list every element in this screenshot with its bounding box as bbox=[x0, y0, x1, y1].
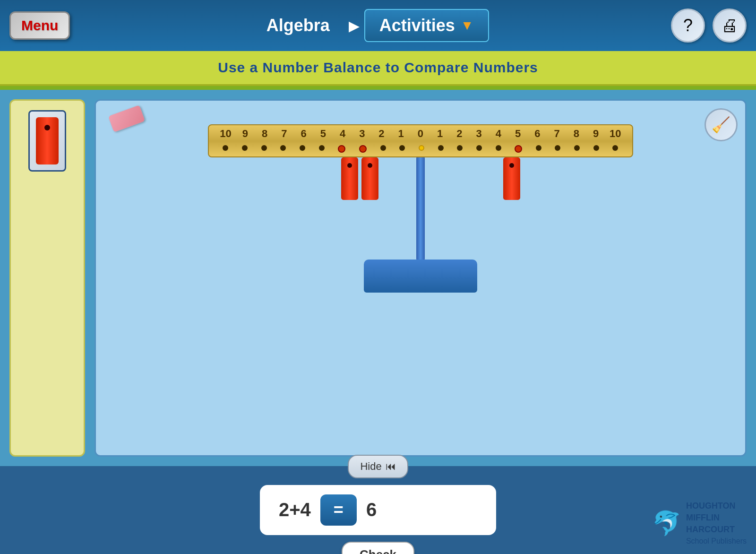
publisher-line4: School Publishers bbox=[686, 536, 747, 546]
beam-num-7R: 7 bbox=[550, 128, 564, 140]
beam-dot bbox=[380, 145, 386, 151]
balance-support bbox=[364, 156, 477, 293]
support-base bbox=[364, 260, 477, 293]
hide-button-label: Hide bbox=[360, 460, 381, 473]
peg-piece-dot bbox=[347, 163, 352, 168]
beam-num-5R: 5 bbox=[511, 128, 524, 140]
beam-num-1R: 1 bbox=[433, 128, 447, 140]
beam-dot-5R[interactable] bbox=[515, 145, 522, 153]
green-accent-line bbox=[0, 86, 756, 90]
balance-canvas: 🧹 10 9 8 7 6 5 4 3 bbox=[94, 99, 747, 457]
eraser-tool[interactable] bbox=[110, 110, 143, 127]
peg-piece-dot bbox=[509, 163, 514, 168]
equals-button[interactable]: = bbox=[320, 494, 357, 526]
beam-num-2L: 2 bbox=[375, 128, 388, 140]
peg-piece-shape bbox=[361, 157, 378, 200]
equation-left-side: 2+4 bbox=[279, 499, 311, 520]
beam-dot bbox=[399, 145, 405, 151]
beam-num-10R: 10 bbox=[609, 128, 622, 140]
activities-dropdown-arrow: ▼ bbox=[461, 18, 474, 33]
menu-button[interactable]: Menu bbox=[9, 11, 70, 40]
beam-num-9R: 9 bbox=[589, 128, 602, 140]
beam-dot bbox=[300, 145, 305, 151]
number-beam: 10 9 8 7 6 5 4 3 2 1 0 1 2 3 4 bbox=[208, 124, 633, 157]
beam-dot bbox=[593, 145, 599, 151]
hanging-piece-4L[interactable] bbox=[341, 157, 358, 200]
equation-right-side: 6 bbox=[366, 499, 377, 520]
beam-area: 10 9 8 7 6 5 4 3 2 1 0 1 2 3 4 bbox=[208, 124, 633, 157]
beam-dot-4L[interactable] bbox=[338, 145, 345, 153]
activities-label: Activities bbox=[379, 16, 455, 35]
publisher-line2: MIFFLIN bbox=[686, 512, 747, 524]
beam-dot bbox=[280, 145, 286, 151]
beam-num-8R: 8 bbox=[570, 128, 583, 140]
equals-sign: = bbox=[334, 500, 344, 519]
check-button[interactable]: Check bbox=[342, 542, 414, 554]
beam-num-1L: 1 bbox=[395, 128, 408, 140]
page-title: Use a Number Balance to Compare Numbers bbox=[218, 60, 538, 75]
peg-piece-dot bbox=[368, 163, 372, 168]
dolphin-icon: 🐬 bbox=[652, 510, 681, 537]
peg-piece-shape bbox=[503, 157, 520, 200]
beam-num-5L: 5 bbox=[317, 128, 330, 140]
beam-dot bbox=[261, 145, 267, 151]
beam-dot bbox=[612, 145, 618, 151]
counter-piece-red bbox=[36, 117, 59, 164]
print-icon: 🖨 bbox=[721, 16, 738, 35]
help-button[interactable]: ? bbox=[671, 9, 705, 43]
beam-dot bbox=[476, 145, 482, 151]
beam-num-7L: 7 bbox=[277, 128, 291, 140]
beam-dot bbox=[438, 145, 444, 151]
bottom-equation-panel: Hide ⏮ 2+4 = 6 Check 🐬 HOUGHTON MIFFLIN … bbox=[0, 466, 756, 554]
beam-num-9L: 9 bbox=[239, 128, 252, 140]
publisher-line3: HARCOURT bbox=[686, 524, 747, 536]
hide-icon: ⏮ bbox=[386, 460, 396, 473]
broom-icon: 🧹 bbox=[712, 116, 730, 134]
print-button[interactable]: 🖨 bbox=[713, 9, 747, 43]
hanging-piece-6R[interactable] bbox=[503, 157, 520, 200]
left-tool-panel bbox=[9, 99, 85, 457]
activities-dropdown[interactable]: Activities ▼ bbox=[364, 9, 489, 42]
equation-section: Hide ⏮ 2+4 = 6 Check bbox=[260, 455, 496, 554]
publisher-name: HOUGHTON MIFFLIN HARCOURT School Publish… bbox=[686, 500, 747, 546]
beam-num-10L: 10 bbox=[219, 128, 232, 140]
beam-num-2R: 2 bbox=[453, 128, 466, 140]
beam-dot bbox=[536, 145, 541, 151]
beam-dot bbox=[574, 145, 580, 151]
algebra-nav-label: Algebra bbox=[252, 16, 344, 35]
help-icon: ? bbox=[683, 16, 693, 35]
hanging-piece-3L[interactable] bbox=[361, 157, 378, 200]
hide-button[interactable]: Hide ⏮ bbox=[348, 455, 408, 478]
beam-num-6L: 6 bbox=[297, 128, 310, 140]
beam-dot bbox=[555, 145, 560, 151]
publisher-line1: HOUGHTON bbox=[686, 500, 747, 512]
counter-piece-item[interactable] bbox=[28, 110, 66, 172]
beam-num-4L: 4 bbox=[336, 128, 349, 140]
support-pole bbox=[416, 156, 425, 260]
beam-dot bbox=[223, 145, 228, 151]
beam-num-3R: 3 bbox=[472, 128, 486, 140]
beam-dots-row bbox=[209, 145, 632, 153]
top-nav-bar: Menu Algebra ▶ Activities ▼ ? 🖨 bbox=[0, 0, 756, 51]
beam-dot-center bbox=[419, 145, 424, 151]
beam-dot bbox=[457, 145, 463, 151]
beam-num-3L: 3 bbox=[355, 128, 369, 140]
peg-piece-shape bbox=[341, 157, 358, 200]
nav-separator-arrow: ▶ bbox=[349, 17, 360, 34]
main-content: 🧹 10 9 8 7 6 5 4 3 bbox=[0, 90, 756, 466]
counter-piece-dot bbox=[44, 125, 50, 130]
beam-num-4R: 4 bbox=[492, 128, 505, 140]
nav-icons-group: ? 🖨 bbox=[671, 9, 747, 43]
beam-dot-3L[interactable] bbox=[359, 145, 367, 153]
nav-section: Algebra ▶ Activities ▼ bbox=[70, 9, 671, 42]
beam-num-6R: 6 bbox=[531, 128, 544, 140]
beam-num-0: 0 bbox=[414, 128, 427, 140]
beam-dot bbox=[319, 145, 325, 151]
publisher-logo: 🐬 HOUGHTON MIFFLIN HARCOURT School Publi… bbox=[652, 500, 747, 546]
beam-num-8L: 8 bbox=[258, 128, 271, 140]
beam-dot bbox=[242, 145, 248, 151]
balance-assembly: 10 9 8 7 6 5 4 3 2 1 0 1 2 3 4 bbox=[105, 124, 736, 293]
clear-button[interactable]: 🧹 bbox=[704, 108, 738, 141]
beam-dot bbox=[496, 145, 501, 151]
subtitle-bar: Use a Number Balance to Compare Numbers bbox=[0, 51, 756, 86]
